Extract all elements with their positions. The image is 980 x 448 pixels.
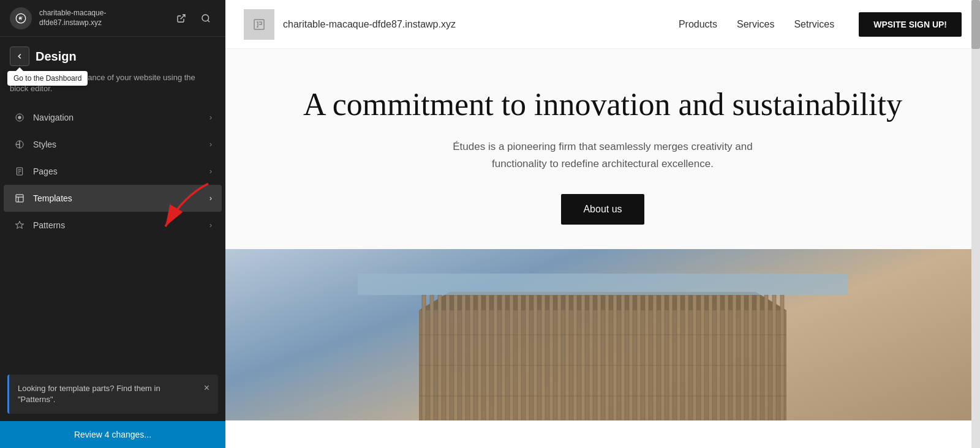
svg-rect-38: [613, 295, 617, 420]
svg-rect-17: [446, 295, 450, 420]
patterns-label: Patterns: [33, 220, 209, 230]
sidebar-item-navigation[interactable]: Navigation ›: [4, 104, 222, 131]
svg-rect-57: [764, 295, 768, 420]
review-changes-button[interactable]: Review 4 changes...: [0, 421, 225, 448]
scrollbar-thumb[interactable]: [971, 0, 980, 49]
svg-rect-20: [470, 295, 473, 420]
svg-rect-34: [581, 295, 585, 420]
svg-rect-31: [557, 295, 561, 420]
site-header: charitable-macaque-dfde87.instawp.xyz Pr…: [225, 0, 980, 49]
svg-rect-41: [637, 295, 641, 420]
svg-rect-19: [462, 295, 466, 420]
pages-chevron: ›: [209, 167, 212, 176]
sidebar-item-patterns[interactable]: Patterns ›: [4, 212, 222, 239]
svg-rect-45: [669, 295, 673, 420]
preview-area: charitable-macaque-dfde87.instawp.xyz Pr…: [225, 0, 980, 448]
building-section: [225, 249, 980, 420]
templates-icon: [13, 192, 26, 204]
svg-rect-44: [661, 295, 665, 420]
building-illustration: [358, 274, 848, 420]
hero-cta-button[interactable]: About us: [561, 194, 644, 225]
notice-text: Looking for template parts? Find them in…: [18, 383, 199, 405]
svg-point-2: [18, 116, 21, 119]
pages-label: Pages: [33, 166, 209, 176]
search-icon: [201, 13, 211, 23]
templates-label: Templates: [33, 193, 209, 203]
svg-rect-22: [486, 295, 489, 420]
navigation-chevron: ›: [209, 113, 212, 122]
nav-items: Navigation › Styles › Pages ›: [0, 104, 225, 367]
sidebar-topbar: charitable-macaque- dfde87.instawp.xyz: [0, 0, 225, 37]
back-button[interactable]: [10, 47, 29, 66]
svg-rect-49: [701, 295, 704, 420]
logo-placeholder-icon: [252, 17, 266, 32]
scrollbar-track: [971, 0, 980, 448]
site-name-label: charitable-macaque- dfde87.instawp.xyz: [39, 9, 164, 28]
svg-rect-30: [549, 295, 553, 420]
svg-rect-21: [478, 295, 481, 420]
wp-logo: [10, 7, 32, 29]
svg-rect-63: [358, 274, 848, 295]
svg-rect-58: [772, 295, 776, 420]
svg-rect-24: [502, 295, 505, 420]
patterns-icon: [13, 219, 26, 231]
nav-link-setrvices[interactable]: Setrvices: [794, 19, 834, 30]
navigation-icon: [13, 111, 26, 124]
hero-subtitle: Études is a pioneering firm that seamles…: [443, 138, 762, 171]
svg-rect-25: [510, 295, 513, 420]
svg-rect-18: [454, 295, 458, 420]
svg-rect-33: [573, 295, 577, 420]
site-nav: Products Services Setrvices: [679, 19, 834, 30]
svg-rect-27: [526, 295, 529, 420]
search-button[interactable]: [196, 9, 216, 28]
svg-rect-23: [494, 295, 497, 420]
site-logo: [244, 9, 274, 40]
sidebar-item-pages[interactable]: Pages ›: [4, 158, 222, 185]
svg-rect-50: [709, 295, 712, 420]
svg-rect-29: [541, 295, 545, 420]
navigation-label: Navigation: [33, 113, 209, 122]
svg-rect-46: [677, 295, 680, 420]
svg-rect-26: [518, 295, 521, 420]
hero-section: A commitment to innovation and sustainab…: [225, 49, 980, 249]
template-parts-notice: Looking for template parts? Find them in…: [7, 375, 218, 414]
svg-rect-32: [565, 295, 569, 420]
sidebar-item-templates[interactable]: Templates ›: [4, 185, 222, 212]
site-domain: charitable-macaque-dfde87.instawp.xyz: [283, 19, 456, 30]
svg-rect-39: [621, 295, 625, 420]
svg-rect-16: [438, 295, 442, 420]
svg-rect-37: [605, 295, 609, 420]
topbar-icons: [172, 9, 216, 28]
hero-title: A commitment to innovation and sustainab…: [250, 86, 956, 124]
nav-link-products[interactable]: Products: [679, 19, 717, 30]
wordpress-icon: [15, 12, 27, 24]
templates-chevron: ›: [209, 194, 212, 203]
external-link-button[interactable]: [172, 9, 191, 28]
svg-rect-15: [430, 295, 434, 420]
svg-point-0: [202, 15, 209, 21]
design-title: Design: [36, 50, 77, 64]
svg-rect-42: [645, 295, 649, 420]
tooltip: Go to the Dashboard: [7, 71, 88, 86]
svg-rect-59: [780, 295, 784, 420]
svg-rect-52: [725, 295, 728, 420]
svg-rect-35: [589, 295, 593, 420]
site-cta-button[interactable]: WPSITE SIGN UP!: [859, 12, 962, 37]
design-header: Design Go to the Dashboard: [0, 37, 225, 69]
nav-link-services[interactable]: Services: [737, 19, 774, 30]
sidebar-item-styles[interactable]: Styles ›: [4, 131, 222, 158]
svg-rect-53: [733, 295, 736, 420]
svg-rect-54: [741, 295, 744, 420]
svg-rect-28: [533, 295, 537, 420]
svg-rect-55: [748, 295, 752, 420]
svg-rect-43: [653, 295, 657, 420]
notice-close-button[interactable]: ×: [204, 383, 209, 393]
svg-rect-51: [717, 295, 720, 420]
svg-rect-14: [422, 295, 426, 420]
sidebar: charitable-macaque- dfde87.instawp.xyz D…: [0, 0, 225, 448]
svg-rect-40: [629, 295, 633, 420]
pages-icon: [13, 165, 26, 177]
patterns-chevron: ›: [209, 221, 212, 230]
svg-rect-48: [693, 295, 696, 420]
svg-rect-47: [685, 295, 688, 420]
